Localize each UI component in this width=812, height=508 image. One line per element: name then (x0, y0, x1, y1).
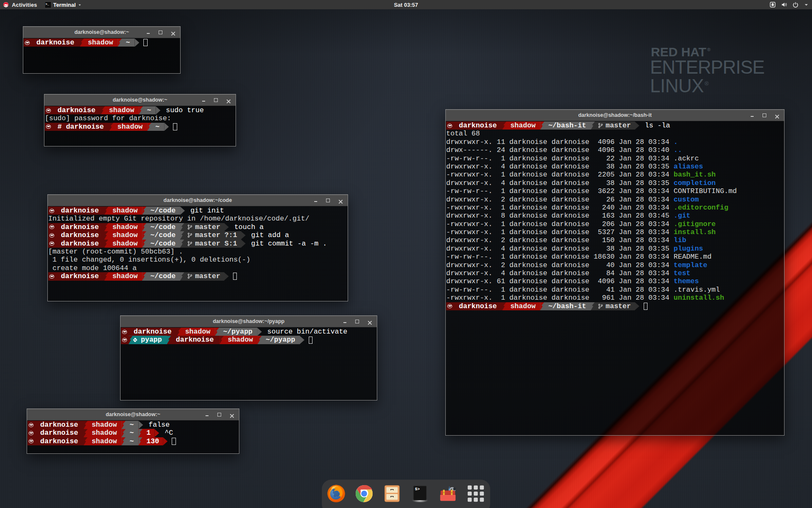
svg-text:>_: >_ (45, 2, 49, 6)
svg-text:$>: $> (415, 487, 420, 491)
